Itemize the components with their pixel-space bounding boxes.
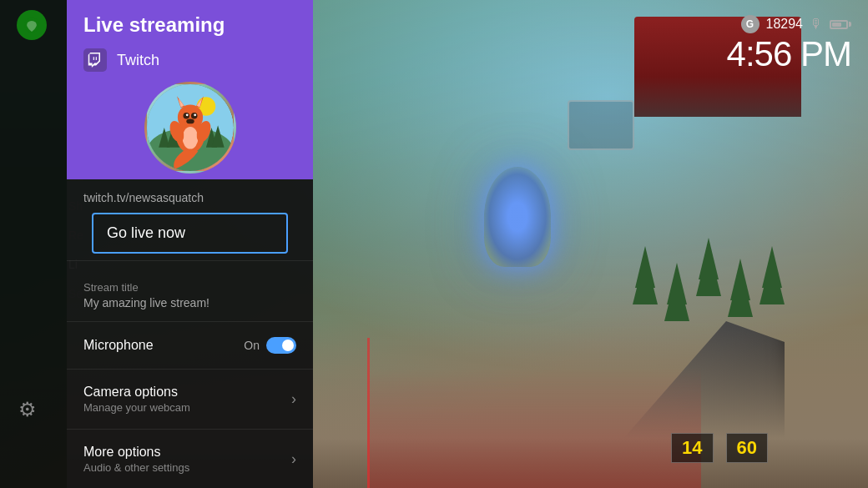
scope-hud — [568, 100, 634, 150]
panel-content: twitch.tv/newsasquatch Go live now Strea… — [67, 179, 313, 482]
stream-title-label: Stream title — [83, 281, 296, 294]
svg-point-16 — [185, 113, 188, 116]
battery-tip — [849, 22, 851, 27]
live-streaming-title: Live streaming — [83, 13, 225, 37]
go-live-button[interactable]: Go live now — [92, 213, 288, 254]
camera-options-left: Camera options Manage your webcam — [83, 385, 190, 414]
main-panel: Live streaming Twitch — [67, 0, 313, 488]
ammo-counter: 14 60 — [671, 433, 768, 463]
stream-title-value: My amazing live stream! — [83, 296, 296, 309]
game-trees — [633, 254, 785, 321]
game-wall — [367, 338, 701, 488]
toggle-container: On — [244, 337, 296, 354]
gamerscore-icon: G — [741, 15, 760, 33]
sidebar-overlay: ⚙ — [0, 0, 67, 488]
svg-point-18 — [186, 119, 194, 124]
gamerscore-value: 18294 — [766, 17, 804, 32]
camera-options-sub: Manage your webcam — [83, 401, 190, 414]
hud-time: 4:56 PM — [727, 37, 851, 72]
battery-fill — [832, 23, 841, 27]
tree-2 — [664, 271, 689, 321]
xbox-icon[interactable] — [17, 10, 47, 40]
panel-header: Live streaming Twitch — [67, 0, 313, 179]
username-text: twitch.tv/newsasquatch — [83, 191, 204, 204]
divider-1 — [67, 260, 313, 261]
svg-point-19 — [182, 127, 198, 148]
more-options-label: More options — [83, 445, 189, 460]
tree-5 — [760, 254, 785, 304]
ammo-current: 14 — [671, 433, 713, 463]
camera-options-label: Camera options — [83, 385, 190, 400]
microphone-status: On — [244, 339, 260, 352]
hud-icons-row: G 18294 🎙 — [741, 15, 852, 33]
header-title-row: Live streaming — [83, 13, 296, 37]
svg-point-9 — [177, 105, 202, 130]
more-options-chevron-right-icon: › — [291, 450, 296, 468]
tree-1 — [633, 254, 658, 304]
twitch-label: Twitch — [117, 52, 159, 69]
more-options-item[interactable]: More options Audio & other settings › — [67, 436, 313, 482]
svg-point-17 — [194, 113, 196, 116]
microphone-toggle[interactable] — [266, 337, 296, 354]
twitch-icon — [83, 48, 107, 72]
battery-icon — [830, 20, 851, 29]
camera-chevron-right-icon: › — [291, 390, 296, 408]
microphone-item[interactable]: Microphone On — [67, 329, 313, 362]
divider-3 — [67, 369, 313, 370]
battery-body — [830, 20, 848, 29]
ammo-reserve: 60 — [726, 433, 768, 463]
more-options-left: More options Audio & other settings — [83, 445, 189, 474]
mic-muted-icon: 🎙 — [810, 17, 823, 32]
platform-row: Twitch — [83, 48, 296, 72]
microphone-label: Microphone — [83, 338, 154, 353]
game-enemy — [484, 167, 551, 267]
hud-top-right: G 18294 🎙 4:56 PM — [727, 15, 851, 72]
more-options-sub: Audio & other settings — [83, 461, 189, 474]
tree-3 — [696, 246, 721, 296]
tree-4 — [728, 267, 753, 317]
avatar — [144, 82, 236, 174]
microphone-left: Microphone — [83, 338, 154, 353]
camera-options-item[interactable]: Camera options Manage your webcam › — [67, 376, 313, 422]
avatar-container — [83, 82, 296, 174]
settings-gear-icon[interactable]: ⚙ — [18, 398, 37, 421]
go-live-wrapper: Go live now — [78, 213, 301, 254]
username-row: twitch.tv/newsasquatch — [67, 179, 313, 211]
divider-2 — [67, 321, 313, 322]
stream-title-section: Stream title My amazing live stream! — [67, 268, 313, 314]
divider-4 — [67, 429, 313, 430]
